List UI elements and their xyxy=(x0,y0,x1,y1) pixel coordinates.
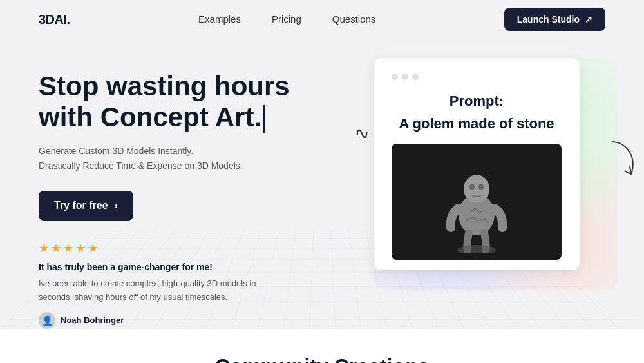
launch-studio-button[interactable]: Launch Studio ↗ xyxy=(504,8,605,31)
star-4: ★ xyxy=(75,241,86,255)
hero-right: ∿ Prompt: A golem made of stone xyxy=(374,58,605,270)
dot-1 xyxy=(392,74,398,80)
star-rating: ★ ★ ★ ★ ★ xyxy=(39,241,374,255)
dot-3 xyxy=(412,74,419,80)
prompt-text: A golem made of stone xyxy=(392,115,562,133)
try-free-button[interactable]: Try for free › xyxy=(39,191,133,221)
svg-point-4 xyxy=(457,245,496,253)
star-2: ★ xyxy=(51,241,61,255)
nav-link-questions[interactable]: Questions xyxy=(332,14,376,25)
community-title: Community Creations xyxy=(39,355,605,363)
nav-links: Examples Pricing Questions xyxy=(198,14,375,25)
svg-point-2 xyxy=(469,184,475,190)
author-name: Noah Bohringer xyxy=(61,315,124,325)
logo: 3DAI. xyxy=(39,12,70,27)
star-3: ★ xyxy=(63,241,73,255)
arrow-decoration xyxy=(605,135,644,195)
nav-item-pricing[interactable]: Pricing xyxy=(272,14,301,25)
cta-arrow-icon: › xyxy=(115,200,118,211)
prompt-label: Prompt: xyxy=(392,93,562,110)
dot-2 xyxy=(402,74,408,80)
card-dots xyxy=(392,74,562,80)
community-section: Community Creations See what our Users h… xyxy=(0,329,644,363)
svg-point-3 xyxy=(478,184,484,190)
nav-item-questions[interactable]: Questions xyxy=(332,14,376,25)
hero-left: Stop wasting hours with Concept Art. Gen… xyxy=(39,64,374,329)
nav-link-examples[interactable]: Examples xyxy=(198,14,241,25)
try-free-label: Try for free xyxy=(54,200,108,211)
svg-point-1 xyxy=(464,175,489,203)
nav-item-examples[interactable]: Examples xyxy=(198,14,241,25)
star-1: ★ xyxy=(39,241,49,255)
launch-arrow-icon: ↗ xyxy=(585,14,592,25)
star-5: ★ xyxy=(88,241,98,255)
testimonial-author: 👤 Noah Bohringer xyxy=(39,312,374,329)
testimonial-text: Ive been able to create complex, high-qu… xyxy=(39,277,258,304)
navbar: 3DAI. Examples Pricing Questions Launch … xyxy=(0,0,644,39)
prompt-card: Prompt: A golem made of stone xyxy=(374,58,580,270)
testimonial-title: It has truly been a game-changer for me! xyxy=(39,262,374,272)
launch-studio-label: Launch Studio xyxy=(517,14,580,25)
golem-image xyxy=(392,144,562,260)
hero-section: Stop wasting hours with Concept Art. Gen… xyxy=(0,39,644,329)
nav-link-pricing[interactable]: Pricing xyxy=(272,14,301,25)
avatar: 👤 xyxy=(39,312,55,329)
hero-subtitle: Generate Custom 3D Models Instantly. Dra… xyxy=(39,144,245,173)
hero-title: Stop wasting hours with Concept Art. xyxy=(39,71,309,133)
